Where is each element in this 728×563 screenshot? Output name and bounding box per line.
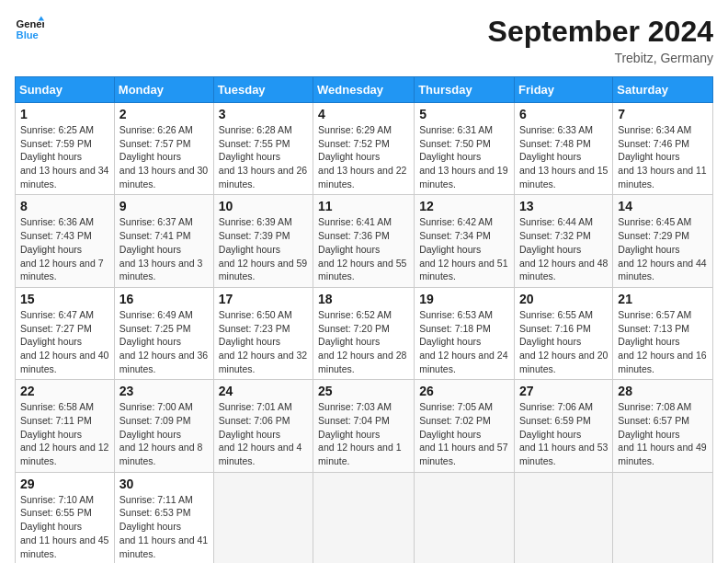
day-info: Sunrise: 6:37 AM Sunset: 7:41 PM Dayligh… xyxy=(119,215,209,282)
col-header-monday: Monday xyxy=(114,77,213,103)
calendar-cell: 18 Sunrise: 6:52 AM Sunset: 7:20 PM Dayl… xyxy=(313,287,415,379)
day-info: Sunrise: 6:55 AM Sunset: 7:16 PM Dayligh… xyxy=(519,308,608,375)
day-info: Sunrise: 6:33 AM Sunset: 7:48 PM Dayligh… xyxy=(519,123,608,190)
day-number: 16 xyxy=(119,292,209,306)
day-info: Sunrise: 6:47 AM Sunset: 7:27 PM Dayligh… xyxy=(20,308,109,375)
day-info: Sunrise: 6:58 AM Sunset: 7:11 PM Dayligh… xyxy=(20,400,109,467)
calendar-table: SundayMondayTuesdayWednesdayThursdayFrid… xyxy=(15,76,713,563)
day-number: 26 xyxy=(419,384,509,398)
day-info: Sunrise: 7:05 AM Sunset: 7:02 PM Dayligh… xyxy=(419,400,509,467)
calendar-cell: 25 Sunrise: 7:03 AM Sunset: 7:04 PM Dayl… xyxy=(313,380,415,472)
calendar-cell: 23 Sunrise: 7:00 AM Sunset: 7:09 PM Dayl… xyxy=(114,380,213,472)
calendar-cell: 7 Sunrise: 6:34 AM Sunset: 7:46 PM Dayli… xyxy=(613,103,713,195)
calendar-cell: 1 Sunrise: 6:25 AM Sunset: 7:59 PM Dayli… xyxy=(16,103,115,195)
day-number: 18 xyxy=(318,292,409,306)
day-number: 12 xyxy=(419,199,509,213)
day-info: Sunrise: 6:42 AM Sunset: 7:34 PM Dayligh… xyxy=(419,215,509,282)
calendar-cell xyxy=(613,472,713,563)
svg-text:Blue: Blue xyxy=(17,29,39,40)
calendar-cell: 12 Sunrise: 6:42 AM Sunset: 7:34 PM Dayl… xyxy=(415,195,515,287)
day-number: 27 xyxy=(519,384,608,398)
day-info: Sunrise: 7:08 AM Sunset: 6:57 PM Dayligh… xyxy=(618,400,708,467)
calendar-cell: 30 Sunrise: 7:11 AM Sunset: 6:53 PM Dayl… xyxy=(114,472,213,563)
month-title: September 2024 xyxy=(488,15,713,49)
calendar-cell: 3 Sunrise: 6:28 AM Sunset: 7:55 PM Dayli… xyxy=(213,103,313,195)
day-info: Sunrise: 7:03 AM Sunset: 7:04 PM Dayligh… xyxy=(318,400,409,467)
day-info: Sunrise: 6:36 AM Sunset: 7:43 PM Dayligh… xyxy=(20,215,109,282)
col-header-thursday: Thursday xyxy=(415,77,515,103)
day-number: 8 xyxy=(20,199,109,213)
calendar-cell: 8 Sunrise: 6:36 AM Sunset: 7:43 PM Dayli… xyxy=(16,195,115,287)
page-header: General Blue General Blue September 2024… xyxy=(15,15,713,65)
day-info: Sunrise: 6:45 AM Sunset: 7:29 PM Dayligh… xyxy=(618,215,708,282)
day-info: Sunrise: 6:49 AM Sunset: 7:25 PM Dayligh… xyxy=(119,308,209,375)
col-header-tuesday: Tuesday xyxy=(213,77,313,103)
day-info: Sunrise: 6:29 AM Sunset: 7:52 PM Dayligh… xyxy=(318,123,409,190)
day-number: 3 xyxy=(219,107,308,121)
logo: General Blue General Blue xyxy=(15,15,44,44)
day-number: 25 xyxy=(318,384,409,398)
day-info: Sunrise: 6:34 AM Sunset: 7:46 PM Dayligh… xyxy=(618,123,708,190)
col-header-saturday: Saturday xyxy=(613,77,713,103)
day-info: Sunrise: 6:25 AM Sunset: 7:59 PM Dayligh… xyxy=(20,123,109,190)
col-header-friday: Friday xyxy=(515,77,613,103)
day-info: Sunrise: 6:53 AM Sunset: 7:18 PM Dayligh… xyxy=(419,308,509,375)
day-info: Sunrise: 7:00 AM Sunset: 7:09 PM Dayligh… xyxy=(119,400,209,467)
day-info: Sunrise: 6:52 AM Sunset: 7:20 PM Dayligh… xyxy=(318,308,409,375)
day-number: 21 xyxy=(618,292,708,306)
day-info: Sunrise: 6:44 AM Sunset: 7:32 PM Dayligh… xyxy=(519,215,608,282)
calendar-header: SundayMondayTuesdayWednesdayThursdayFrid… xyxy=(16,77,713,103)
calendar-cell: 5 Sunrise: 6:31 AM Sunset: 7:50 PM Dayli… xyxy=(415,103,515,195)
week-row-4: 22 Sunrise: 6:58 AM Sunset: 7:11 PM Dayl… xyxy=(16,380,713,472)
calendar-cell xyxy=(415,472,515,563)
col-header-sunday: Sunday xyxy=(16,77,115,103)
week-row-1: 1 Sunrise: 6:25 AM Sunset: 7:59 PM Dayli… xyxy=(16,103,713,195)
day-number: 24 xyxy=(219,384,308,398)
day-number: 1 xyxy=(20,107,109,121)
calendar-cell: 22 Sunrise: 6:58 AM Sunset: 7:11 PM Dayl… xyxy=(16,380,115,472)
calendar-cell: 27 Sunrise: 7:06 AM Sunset: 6:59 PM Dayl… xyxy=(515,380,613,472)
day-info: Sunrise: 6:57 AM Sunset: 7:13 PM Dayligh… xyxy=(618,308,708,375)
day-number: 30 xyxy=(119,477,209,491)
calendar-cell: 17 Sunrise: 6:50 AM Sunset: 7:23 PM Dayl… xyxy=(213,287,313,379)
day-number: 10 xyxy=(219,199,308,213)
week-row-5: 29 Sunrise: 7:10 AM Sunset: 6:55 PM Dayl… xyxy=(16,472,713,563)
calendar-cell: 16 Sunrise: 6:49 AM Sunset: 7:25 PM Dayl… xyxy=(114,287,213,379)
day-info: Sunrise: 6:26 AM Sunset: 7:57 PM Dayligh… xyxy=(119,123,209,190)
location-subtitle: Trebitz, Germany xyxy=(488,51,713,65)
day-number: 6 xyxy=(519,107,608,121)
day-info: Sunrise: 6:50 AM Sunset: 7:23 PM Dayligh… xyxy=(219,308,308,375)
day-info: Sunrise: 6:41 AM Sunset: 7:36 PM Dayligh… xyxy=(318,215,409,282)
calendar-cell xyxy=(313,472,415,563)
day-info: Sunrise: 7:01 AM Sunset: 7:06 PM Dayligh… xyxy=(219,400,308,467)
day-number: 15 xyxy=(20,292,109,306)
week-row-3: 15 Sunrise: 6:47 AM Sunset: 7:27 PM Dayl… xyxy=(16,287,713,379)
day-info: Sunrise: 7:11 AM Sunset: 6:53 PM Dayligh… xyxy=(119,493,209,560)
calendar-cell xyxy=(213,472,313,563)
day-info: Sunrise: 6:39 AM Sunset: 7:39 PM Dayligh… xyxy=(219,215,308,282)
calendar-cell: 6 Sunrise: 6:33 AM Sunset: 7:48 PM Dayli… xyxy=(515,103,613,195)
day-number: 19 xyxy=(419,292,509,306)
col-header-wednesday: Wednesday xyxy=(313,77,415,103)
calendar-cell: 28 Sunrise: 7:08 AM Sunset: 6:57 PM Dayl… xyxy=(613,380,713,472)
calendar-cell xyxy=(515,472,613,563)
day-info: Sunrise: 7:10 AM Sunset: 6:55 PM Dayligh… xyxy=(20,493,109,560)
day-number: 7 xyxy=(618,107,708,121)
calendar-cell: 2 Sunrise: 6:26 AM Sunset: 7:57 PM Dayli… xyxy=(114,103,213,195)
day-number: 5 xyxy=(419,107,509,121)
calendar-cell: 9 Sunrise: 6:37 AM Sunset: 7:41 PM Dayli… xyxy=(114,195,213,287)
day-info: Sunrise: 6:31 AM Sunset: 7:50 PM Dayligh… xyxy=(419,123,509,190)
day-number: 4 xyxy=(318,107,409,121)
day-number: 2 xyxy=(119,107,209,121)
calendar-cell: 26 Sunrise: 7:05 AM Sunset: 7:02 PM Dayl… xyxy=(415,380,515,472)
calendar-cell: 24 Sunrise: 7:01 AM Sunset: 7:06 PM Dayl… xyxy=(213,380,313,472)
day-number: 13 xyxy=(519,199,608,213)
calendar-cell: 21 Sunrise: 6:57 AM Sunset: 7:13 PM Dayl… xyxy=(613,287,713,379)
calendar-cell: 10 Sunrise: 6:39 AM Sunset: 7:39 PM Dayl… xyxy=(213,195,313,287)
logo-icon: General Blue xyxy=(15,15,44,44)
calendar-cell: 20 Sunrise: 6:55 AM Sunset: 7:16 PM Dayl… xyxy=(515,287,613,379)
day-number: 23 xyxy=(119,384,209,398)
title-block: September 2024 Trebitz, Germany xyxy=(488,15,713,65)
day-number: 20 xyxy=(519,292,608,306)
calendar-cell: 19 Sunrise: 6:53 AM Sunset: 7:18 PM Dayl… xyxy=(415,287,515,379)
